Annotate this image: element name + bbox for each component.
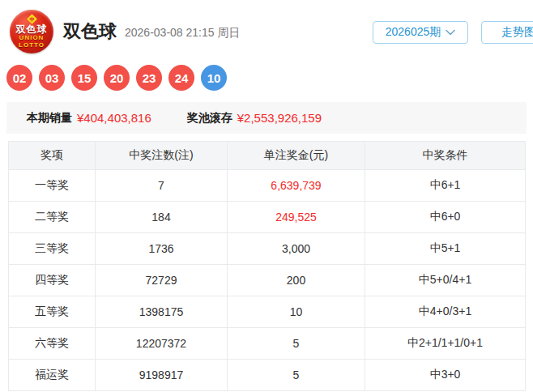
sales-value: ¥404,403,816	[77, 111, 151, 125]
prize-count: 184	[96, 202, 228, 233]
col-header-amount: 单注奖金(元)	[228, 142, 365, 170]
union-lotto-logo: 中 双色球 UNION LOTTO	[10, 10, 53, 53]
prize-condition: 中4+0/3+1	[365, 296, 526, 328]
drawn-numbers: 02 03 15 20 23 24 10	[6, 65, 533, 91]
table-row: 二等奖 184 249,525 中6+0	[9, 202, 526, 233]
prize-condition: 中3+0	[365, 360, 526, 391]
period-selector-label: 2026025期	[386, 25, 441, 40]
logo-lotto-text: LOTTO	[19, 42, 45, 49]
prize-name: 三等奖	[9, 233, 96, 265]
draw-datetime: 2026-03-08 21:15 周日	[125, 26, 240, 40]
col-header-condition: 中奖条件	[365, 142, 526, 170]
table-row: 六等奖 12207372 5 中2+1/1+1/0+1	[9, 328, 526, 360]
trend-chart-label: 走势图	[501, 25, 533, 40]
sales-label: 本期销量	[27, 111, 72, 126]
prize-amount: 249,525	[228, 202, 365, 233]
logo-union-text: UNION	[19, 35, 45, 41]
prize-name: 六等奖	[9, 328, 96, 360]
prize-condition: 中5+1	[365, 233, 526, 265]
logo-mark-icon: 中	[27, 14, 37, 24]
pool-value: ¥2,553,926,159	[237, 111, 322, 125]
red-ball: 03	[39, 65, 65, 91]
prize-name: 五等奖	[9, 296, 96, 328]
prize-condition: 中5+0/4+1	[365, 265, 526, 296]
prize-count: 72729	[96, 265, 228, 296]
prize-count: 9198917	[96, 360, 228, 391]
red-ball: 20	[104, 65, 130, 91]
prize-amount: 3,000	[228, 233, 365, 265]
table-header-row: 奖项 中奖注数(注) 单注奖金(元) 中奖条件	[9, 142, 526, 170]
red-ball: 15	[71, 65, 97, 91]
prize-count: 12207372	[96, 328, 228, 360]
prize-count: 7	[96, 170, 228, 202]
prize-condition: 中6+0	[365, 202, 526, 233]
table-row: 五等奖 1398175 10 中4+0/3+1	[9, 296, 526, 328]
table-row: 一等奖 7 6,639,739 中6+1	[9, 170, 526, 202]
prize-count: 1736	[96, 233, 228, 265]
prize-condition: 中6+1	[365, 170, 526, 202]
red-ball: 23	[136, 65, 162, 91]
sales-strip: 本期销量 ¥404,403,816 奖池滚存 ¥2,553,926,159	[6, 102, 527, 134]
prize-name: 四等奖	[9, 265, 96, 296]
prize-table: 奖项 中奖注数(注) 单注奖金(元) 中奖条件 一等奖 7 6,639,739 …	[8, 141, 526, 391]
table-row: 三等奖 1736 3,000 中5+1	[9, 233, 526, 265]
logo-cn-text: 双色球	[16, 24, 48, 34]
red-ball: 02	[6, 65, 32, 91]
prize-count: 1398175	[96, 296, 228, 328]
prize-name: 一等奖	[9, 170, 96, 202]
period-selector-dropdown[interactable]: 2026025期	[373, 21, 468, 44]
table-row: 四等奖 72729 200 中5+0/4+1	[9, 265, 526, 296]
prize-name: 福运奖	[9, 360, 96, 391]
prize-condition: 中2+1/1+1/0+1	[365, 328, 526, 360]
table-row: 福运奖 9198917 5 中3+0	[9, 360, 526, 391]
col-header-prize: 奖项	[9, 142, 96, 170]
prize-amount: 200	[228, 265, 365, 296]
pool-label: 奖池滚存	[187, 111, 232, 126]
blue-ball: 10	[201, 65, 227, 91]
prize-amount: 5	[228, 360, 365, 391]
prize-name: 二等奖	[9, 202, 96, 233]
chevron-down-icon	[446, 29, 455, 36]
col-header-count: 中奖注数(注)	[96, 142, 228, 170]
trend-chart-button[interactable]: 走势图	[481, 21, 533, 44]
page-title: 双色球	[63, 19, 117, 44]
prize-amount: 5	[228, 328, 365, 360]
red-ball: 24	[168, 65, 194, 91]
prize-amount: 6,639,739	[228, 170, 365, 202]
prize-amount: 10	[228, 296, 365, 328]
